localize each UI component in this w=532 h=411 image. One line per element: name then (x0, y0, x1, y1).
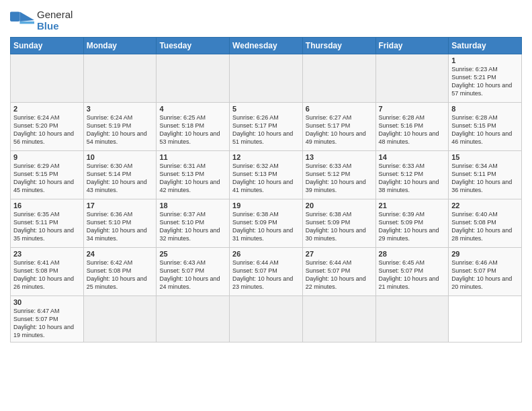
calendar-cell: 28Sunrise: 6:45 AMSunset: 5:07 PMDayligh… (375, 248, 449, 296)
day-info: Sunrise: 6:40 AMSunset: 5:08 PMDaylight:… (451, 210, 519, 243)
day-info: Sunrise: 6:44 AMSunset: 5:07 PMDaylight:… (306, 259, 373, 291)
calendar-cell: 12Sunrise: 6:32 AMSunset: 5:13 PMDayligh… (230, 151, 303, 199)
calendar-cell: 20Sunrise: 6:38 AMSunset: 5:09 PMDayligh… (302, 199, 375, 248)
calendar-cell: 7Sunrise: 6:28 AMSunset: 5:16 PMDaylight… (375, 103, 449, 151)
day-number: 27 (306, 250, 373, 258)
calendar-cell: 3Sunrise: 6:24 AMSunset: 5:19 PMDaylight… (83, 103, 157, 151)
calendar-cell (375, 296, 449, 342)
day-info: Sunrise: 6:26 AMSunset: 5:17 PMDaylight:… (232, 113, 300, 146)
day-number: 16 (13, 201, 81, 210)
day-number: 26 (232, 250, 300, 258)
day-number: 24 (87, 250, 154, 258)
day-info: Sunrise: 6:32 AMSunset: 5:13 PMDaylight:… (232, 162, 300, 195)
day-number: 11 (159, 153, 226, 161)
day-info: Sunrise: 6:31 AMSunset: 5:13 PMDaylight:… (159, 162, 226, 195)
calendar-cell: 23Sunrise: 6:41 AMSunset: 5:08 PMDayligh… (11, 248, 84, 296)
day-number: 13 (306, 153, 373, 161)
day-number: 3 (87, 105, 154, 113)
day-number: 22 (451, 201, 519, 210)
day-info: Sunrise: 6:28 AMSunset: 5:15 PMDaylight:… (451, 113, 519, 146)
day-number: 21 (379, 201, 446, 210)
calendar-cell: 26Sunrise: 6:44 AMSunset: 5:07 PMDayligh… (230, 248, 303, 296)
calendar-cell: 2Sunrise: 6:24 AMSunset: 5:20 PMDaylight… (11, 103, 84, 151)
day-info: Sunrise: 6:25 AMSunset: 5:18 PMDaylight:… (159, 113, 226, 146)
day-info: Sunrise: 6:24 AMSunset: 5:20 PMDaylight:… (13, 113, 81, 146)
day-number: 8 (451, 105, 519, 113)
calendar: SundayMondayTuesdayWednesdayThursdayFrid… (10, 37, 522, 342)
calendar-cell: 25Sunrise: 6:43 AMSunset: 5:07 PMDayligh… (157, 248, 230, 296)
calendar-cell (375, 54, 449, 103)
day-number: 5 (232, 105, 300, 113)
calendar-cell: 5Sunrise: 6:26 AMSunset: 5:17 PMDaylight… (230, 103, 303, 151)
calendar-cell: 8Sunrise: 6:28 AMSunset: 5:15 PMDaylight… (449, 103, 522, 151)
calendar-cell (83, 296, 157, 342)
day-info: Sunrise: 6:43 AMSunset: 5:07 PMDaylight:… (159, 259, 226, 291)
day-number: 30 (13, 298, 81, 306)
day-info: Sunrise: 6:23 AMSunset: 5:21 PMDaylight:… (451, 65, 519, 98)
day-number: 29 (451, 250, 519, 258)
page: General Blue SundayMondayTuesdayWednesda… (0, 0, 532, 349)
calendar-cell: 14Sunrise: 6:33 AMSunset: 5:12 PMDayligh… (375, 151, 449, 199)
day-info: Sunrise: 6:34 AMSunset: 5:11 PMDaylight:… (451, 162, 519, 195)
calendar-cell: 1Sunrise: 6:23 AMSunset: 5:21 PMDaylight… (449, 54, 522, 103)
day-info: Sunrise: 6:35 AMSunset: 5:11 PMDaylight:… (13, 210, 81, 243)
day-info: Sunrise: 6:39 AMSunset: 5:09 PMDaylight:… (379, 210, 446, 243)
day-number: 2 (13, 105, 81, 113)
weekday-header-friday: Friday (375, 38, 449, 54)
calendar-cell: 17Sunrise: 6:36 AMSunset: 5:10 PMDayligh… (83, 199, 157, 248)
calendar-cell: 24Sunrise: 6:42 AMSunset: 5:08 PMDayligh… (83, 248, 157, 296)
day-number: 14 (379, 153, 446, 161)
day-number: 20 (306, 201, 373, 210)
calendar-cell: 30Sunrise: 6:47 AMSunset: 5:07 PMDayligh… (11, 296, 84, 342)
weekday-header-sunday: Sunday (11, 38, 84, 54)
day-info: Sunrise: 6:28 AMSunset: 5:16 PMDaylight:… (379, 113, 446, 146)
calendar-cell (83, 54, 157, 103)
weekday-header-tuesday: Tuesday (157, 38, 230, 54)
day-info: Sunrise: 6:36 AMSunset: 5:10 PMDaylight:… (87, 210, 154, 243)
day-info: Sunrise: 6:46 AMSunset: 5:07 PMDaylight:… (451, 259, 519, 291)
calendar-cell: 13Sunrise: 6:33 AMSunset: 5:12 PMDayligh… (302, 151, 375, 199)
calendar-cell: 19Sunrise: 6:38 AMSunset: 5:09 PMDayligh… (230, 199, 303, 248)
day-info: Sunrise: 6:30 AMSunset: 5:14 PMDaylight:… (87, 162, 154, 195)
weekday-header-wednesday: Wednesday (230, 38, 303, 54)
day-number: 9 (13, 153, 81, 161)
day-info: Sunrise: 6:33 AMSunset: 5:12 PMDaylight:… (306, 162, 373, 195)
weekday-header-thursday: Thursday (302, 38, 375, 54)
day-number: 28 (379, 250, 446, 258)
weekday-header-row: SundayMondayTuesdayWednesdayThursdayFrid… (11, 38, 522, 54)
calendar-cell: 4Sunrise: 6:25 AMSunset: 5:18 PMDaylight… (157, 103, 230, 151)
calendar-cell (157, 54, 230, 103)
calendar-cell (302, 54, 375, 103)
calendar-cell: 27Sunrise: 6:44 AMSunset: 5:07 PMDayligh… (302, 248, 375, 296)
day-number: 23 (13, 250, 81, 258)
day-info: Sunrise: 6:47 AMSunset: 5:07 PMDaylight:… (13, 307, 81, 340)
calendar-cell: 9Sunrise: 6:29 AMSunset: 5:15 PMDaylight… (11, 151, 84, 199)
calendar-cell (230, 54, 303, 103)
day-info: Sunrise: 6:27 AMSunset: 5:17 PMDaylight:… (306, 113, 373, 146)
logo-blue: Blue (37, 21, 73, 32)
svg-rect-2 (19, 21, 34, 24)
day-info: Sunrise: 6:29 AMSunset: 5:15 PMDaylight:… (13, 162, 81, 195)
header: General Blue (10, 7, 522, 32)
day-number: 4 (159, 105, 226, 113)
day-info: Sunrise: 6:45 AMSunset: 5:07 PMDaylight:… (379, 259, 446, 291)
day-info: Sunrise: 6:38 AMSunset: 5:09 PMDaylight:… (306, 210, 373, 243)
day-info: Sunrise: 6:38 AMSunset: 5:09 PMDaylight:… (232, 210, 300, 243)
calendar-cell (157, 296, 230, 342)
calendar-cell: 22Sunrise: 6:40 AMSunset: 5:08 PMDayligh… (449, 199, 522, 248)
calendar-cell: 16Sunrise: 6:35 AMSunset: 5:11 PMDayligh… (11, 199, 84, 248)
calendar-cell (302, 296, 375, 342)
day-number: 10 (87, 153, 154, 161)
day-info: Sunrise: 6:33 AMSunset: 5:12 PMDaylight:… (379, 162, 446, 195)
day-number: 17 (87, 201, 154, 210)
day-number: 19 (232, 201, 300, 210)
logo-general: General (37, 9, 73, 21)
day-number: 1 (451, 56, 519, 64)
calendar-cell: 10Sunrise: 6:30 AMSunset: 5:14 PMDayligh… (83, 151, 157, 199)
logo-icon (10, 11, 34, 30)
day-info: Sunrise: 6:44 AMSunset: 5:07 PMDaylight:… (232, 259, 300, 291)
day-number: 7 (379, 105, 446, 113)
day-number: 15 (451, 153, 519, 161)
day-number: 25 (159, 250, 226, 258)
day-info: Sunrise: 6:42 AMSunset: 5:08 PMDaylight:… (87, 259, 154, 291)
